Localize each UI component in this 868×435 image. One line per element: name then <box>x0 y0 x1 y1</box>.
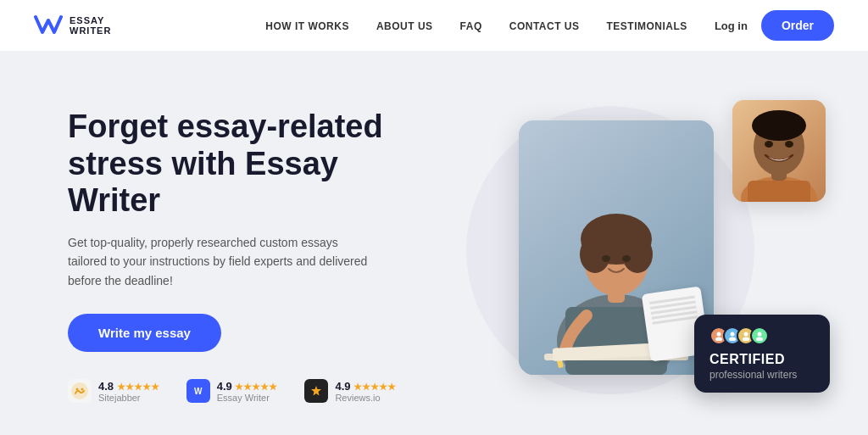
navbar: ESSAY WRITER HOW IT WORKS ABOUT US FAQ C… <box>0 0 868 51</box>
order-button[interactable]: Order <box>761 10 834 41</box>
nav-link-faq[interactable]: FAQ <box>460 20 482 32</box>
sitejabber-info: 4.8 ★★★★★ Sitejabber <box>98 380 159 403</box>
reviewsio-logo <box>304 379 328 403</box>
essaywriter-stars: ★★★★★ <box>235 382 277 392</box>
logo-icon <box>34 14 63 37</box>
nav-links: HOW IT WORKS ABOUT US FAQ CONTACT US TES… <box>265 18 687 33</box>
hero-section: Forget essay-related stress with Essay W… <box>0 51 868 435</box>
rating-sitejabber: 4.8 ★★★★★ Sitejabber <box>68 379 159 403</box>
certified-avatar-4 <box>750 326 769 345</box>
sitejabber-name: Sitejabber <box>98 393 159 403</box>
write-essay-button[interactable]: Write my essay <box>68 314 221 352</box>
sitejabber-logo <box>68 379 92 403</box>
main-hero-image <box>519 120 714 375</box>
essaywriter-score: 4.9 ★★★★★ <box>217 380 278 393</box>
login-link[interactable]: Log in <box>715 20 748 32</box>
hero-right: CERTIFIED professional writers <box>432 76 817 435</box>
nav-item-contact-us[interactable]: CONTACT US <box>509 18 580 33</box>
svg-point-23 <box>752 110 806 141</box>
nav-item-how-it-works[interactable]: HOW IT WORKS <box>265 18 349 33</box>
woman-figure <box>519 120 714 375</box>
ratings-row: 4.8 ★★★★★ Sitejabber W 4.9 ★★★★★ Essay W… <box>68 379 432 403</box>
svg-rect-20 <box>748 181 810 202</box>
svg-point-24 <box>765 141 773 148</box>
rating-reviewsio: 4.9 ★★★★★ Reviews.io <box>304 379 396 403</box>
nav-link-about-us[interactable]: ABOUT US <box>376 20 433 32</box>
svg-point-11 <box>580 236 610 273</box>
sitejabber-score: 4.8 ★★★★★ <box>98 380 159 393</box>
svg-point-30 <box>744 332 748 337</box>
reviewsio-score: 4.9 ★★★★★ <box>335 380 396 393</box>
nav-item-faq[interactable]: FAQ <box>460 18 482 33</box>
essaywriter-name: Essay Writer <box>217 393 278 403</box>
logo-text: ESSAY WRITER <box>70 15 111 36</box>
rating-essaywriter: W 4.9 ★★★★★ Essay Writer <box>186 379 278 403</box>
nav-link-testimonials[interactable]: TESTIMONIALS <box>607 20 687 32</box>
nav-item-about-us[interactable]: ABOUT US <box>376 18 433 33</box>
nav-link-contact-us[interactable]: CONTACT US <box>509 20 580 32</box>
svg-point-31 <box>743 337 749 342</box>
certified-card: CERTIFIED professional writers <box>694 315 830 393</box>
svg-point-27 <box>715 337 722 342</box>
svg-point-28 <box>731 332 735 337</box>
certified-subtitle: professional writers <box>709 369 815 381</box>
svg-point-14 <box>622 255 631 262</box>
svg-point-13 <box>602 255 610 262</box>
hero-title: Forget essay-related stress with Essay W… <box>68 109 432 220</box>
svg-point-26 <box>717 332 721 337</box>
svg-point-2 <box>81 388 84 391</box>
nav-link-how-it-works[interactable]: HOW IT WORKS <box>265 20 349 32</box>
essaywriter-logo: W <box>186 379 210 403</box>
nav-item-testimonials[interactable]: TESTIMONIALS <box>607 18 687 33</box>
essaywriter-info: 4.9 ★★★★★ Essay Writer <box>217 380 278 403</box>
hero-left: Forget essay-related stress with Essay W… <box>68 109 432 403</box>
svg-point-1 <box>76 388 79 391</box>
certified-title: CERTIFIED <box>709 352 815 367</box>
svg-point-32 <box>758 332 762 337</box>
reviewsio-stars: ★★★★★ <box>353 382 396 392</box>
reviewsio-name: Reviews.io <box>335 393 396 403</box>
certified-avatars <box>709 326 815 345</box>
svg-point-12 <box>622 236 653 273</box>
logo[interactable]: ESSAY WRITER <box>34 14 111 37</box>
secondary-hero-image <box>732 100 826 202</box>
reviewsio-info: 4.9 ★★★★★ Reviews.io <box>335 380 396 403</box>
sitejabber-stars: ★★★★★ <box>117 382 159 392</box>
svg-point-29 <box>729 337 736 342</box>
svg-point-33 <box>756 337 763 342</box>
hero-subtitle: Get top-quality, properly researched cus… <box>68 233 373 290</box>
svg-point-25 <box>785 141 793 148</box>
